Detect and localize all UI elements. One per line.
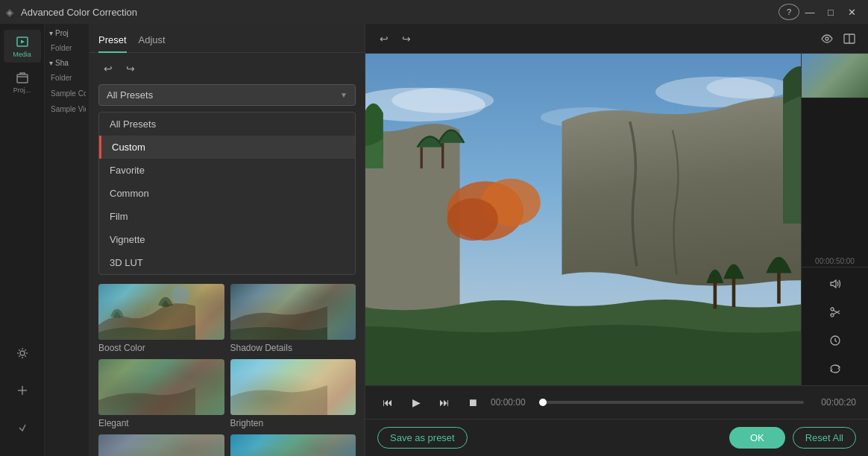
total-time: 00:00:20: [811, 397, 856, 408]
preset-thumbnail-extra1: [98, 434, 224, 456]
split-icon: [843, 34, 855, 44]
preset-label-brighten: Brighten: [230, 418, 356, 428]
project-folder-header[interactable]: ▾ Proj: [48, 27, 86, 39]
sample-vid-item[interactable]: Sample Vid...: [48, 102, 86, 116]
preset-thumbnail-elegant: [98, 359, 224, 415]
nav-action1[interactable]: [4, 337, 41, 370]
previous-frame-button[interactable]: ⏮: [377, 392, 398, 413]
chevron-icon: ▾: [49, 29, 53, 37]
preset-label-boost: Boost Color: [98, 343, 224, 353]
preset-scene-boost: [98, 284, 195, 340]
right-controls: [802, 267, 868, 385]
project-folder-item[interactable]: Folder: [48, 41, 86, 55]
split-view-button[interactable]: [840, 29, 859, 48]
preset-label-shadow: Shadow Details: [230, 343, 356, 353]
panel-toolbar: ↩ ↪: [89, 53, 365, 84]
nav-action3[interactable]: [4, 411, 41, 444]
menu-item-all-presets[interactable]: All Presets: [99, 113, 355, 136]
nav-media[interactable]: Media: [4, 30, 41, 63]
svg-rect-21: [777, 271, 781, 303]
stop-button[interactable]: ⏹: [462, 392, 483, 413]
svg-rect-19: [714, 282, 717, 309]
preset-extra1[interactable]: [98, 434, 224, 456]
progress-bar[interactable]: [543, 401, 804, 404]
eye-icon: [821, 34, 833, 43]
menu-item-common[interactable]: Common: [99, 182, 355, 205]
app-navigation: Media Proj...: [0, 24, 45, 456]
playback-speed-button[interactable]: [823, 329, 847, 352]
playback-bar: ⏮ ▶ ⏭ ⏹ 00:00:00 00:00:20: [365, 385, 868, 419]
preview-and-sidebar: 00:00:50:00: [365, 54, 868, 385]
nav-projects[interactable]: Proj...: [4, 66, 41, 98]
volume-icon: [829, 279, 841, 289]
loop-icon: [829, 364, 841, 374]
color-correction-panel: Preset Adjust ↩ ↪ All Presets ▼ All Pres…: [89, 24, 365, 456]
menu-item-favorite[interactable]: Favorite: [99, 159, 355, 182]
sha-folder-item[interactable]: Folder: [48, 71, 86, 85]
close-button[interactable]: ✕: [841, 4, 862, 20]
menu-item-film[interactable]: Film: [99, 205, 355, 228]
preset-extra2[interactable]: [230, 434, 356, 456]
svg-point-2: [20, 351, 25, 355]
play-button[interactable]: ▶: [406, 392, 427, 413]
next-frame-button[interactable]: ⏭: [434, 392, 455, 413]
menu-item-custom[interactable]: Custom: [99, 136, 355, 159]
app-icon: ◈: [6, 7, 13, 18]
tab-preset[interactable]: Preset: [98, 30, 127, 53]
loop-button[interactable]: [823, 357, 847, 381]
strip-thumb-1[interactable]: [802, 54, 868, 98]
preset-thumbnail-extra2: [230, 434, 356, 456]
minimize-button[interactable]: —: [799, 4, 820, 20]
right-sidebar: 00:00:50:00: [801, 54, 868, 385]
progress-handle[interactable]: [539, 399, 547, 406]
redo-button[interactable]: ↪: [121, 59, 140, 78]
scissors-icon: [829, 306, 841, 318]
preset-scene-elegant: [98, 359, 195, 415]
maximize-button[interactable]: □: [820, 4, 841, 20]
svg-rect-1: [17, 75, 28, 83]
eye-button[interactable]: [817, 29, 837, 48]
preset-thumbnail-boost: [98, 284, 224, 340]
window-title: Advanced Color Correction: [18, 7, 779, 18]
action-buttons-right: OK Reset All: [729, 427, 856, 449]
preview-toolbar: ↩ ↪: [365, 24, 868, 54]
preset-shadow-details[interactable]: Shadow Details: [230, 284, 356, 353]
preset-boost-color[interactable]: Boost Color: [98, 284, 224, 353]
preset-scene-shadow: [230, 284, 327, 340]
undo-preview-button[interactable]: ↩: [374, 29, 394, 48]
preset-brighten[interactable]: Brighten: [230, 359, 356, 428]
preset-elegant[interactable]: Elegant: [98, 359, 224, 428]
dropdown-label: All Presets: [107, 89, 153, 101]
svg-point-12: [706, 77, 791, 99]
timecode-display: 00:00:50:00: [802, 256, 868, 267]
project-panel: ▾ Proj Folder ▾ Sha Folder Sample Co... …: [45, 24, 89, 456]
speed-icon: [829, 335, 841, 346]
volume-button[interactable]: [823, 272, 847, 296]
svg-rect-20: [732, 277, 736, 307]
undo-button[interactable]: ↩: [98, 59, 118, 78]
color-panel-tabs: Preset Adjust: [89, 24, 365, 53]
sha-folder-header[interactable]: ▾ Sha: [48, 57, 86, 69]
video-preview: [365, 54, 801, 385]
preset-thumbnail-brighten: [230, 359, 356, 415]
preset-scene-brighten: [230, 359, 327, 415]
redo-preview-button[interactable]: ↪: [397, 29, 416, 48]
presets-grid: Boost Color Shadow Details: [89, 275, 365, 456]
help-button[interactable]: ?: [779, 4, 799, 20]
title-bar: ◈ Advanced Color Correction ? — □ ✕: [0, 0, 868, 24]
menu-item-vignette[interactable]: Vignette: [99, 228, 355, 251]
menu-item-3d-lut[interactable]: 3D LUT: [99, 251, 355, 274]
svg-point-16: [447, 198, 497, 241]
action1-icon: [16, 346, 29, 360]
scissors-button[interactable]: [823, 300, 847, 324]
preset-dropdown[interactable]: All Presets ▼: [98, 84, 356, 106]
save-preset-button[interactable]: Save as preset: [377, 427, 468, 449]
action-bar: Save as preset OK Reset All: [365, 419, 868, 456]
media-icon: [16, 35, 29, 48]
sample-co-item[interactable]: Sample Co...: [48, 86, 86, 101]
reset-all-button[interactable]: Reset All: [793, 427, 856, 449]
thumbnail-strip: [802, 54, 868, 256]
nav-action2[interactable]: [4, 374, 41, 407]
ok-button[interactable]: OK: [729, 427, 785, 449]
tab-adjust[interactable]: Adjust: [139, 30, 166, 53]
